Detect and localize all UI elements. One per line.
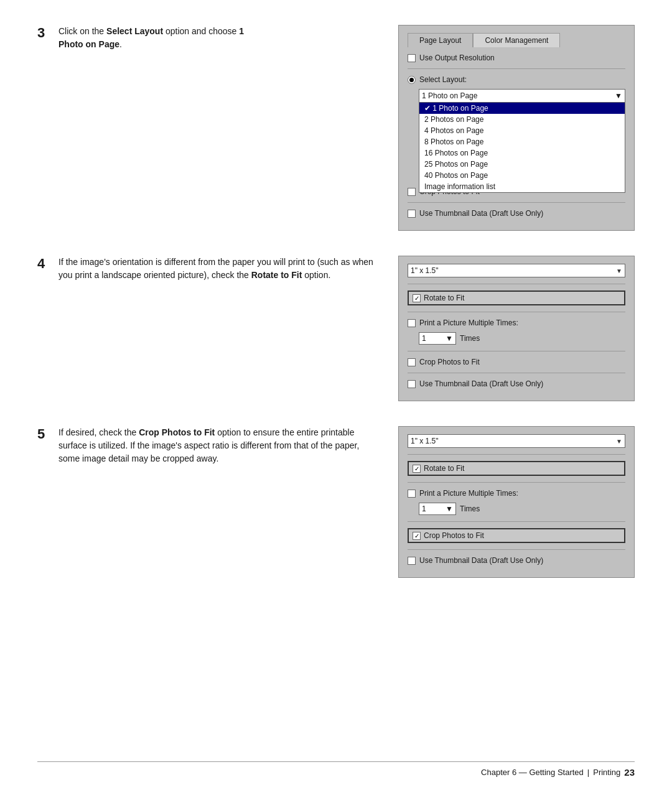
divider-2 — [408, 202, 625, 203]
dropdown-item-1[interactable]: 2 Photos on Page — [419, 114, 625, 125]
thumbnail-row-1: Use Thumbnail Data (Draft Use Only) — [408, 209, 625, 218]
step-3-number: 3 — [37, 25, 52, 41]
times-value-3: 1 — [422, 504, 426, 513]
use-output-label: Use Output Resolution — [419, 53, 495, 62]
size-arrow-2: ▼ — [616, 267, 622, 274]
select-layout-radio[interactable] — [408, 76, 416, 84]
step-5-left: 5 If desired, check the Crop Photos to F… — [37, 426, 380, 578]
dropdown-value: 1 Photo on Page — [422, 91, 477, 100]
dropdown-item-4[interactable]: 16 Photos on Page — [419, 147, 625, 159]
divider-4 — [408, 312, 625, 312]
panel-2: 1" x 1.5" ▼ Rotate to Fit Print a Pictur… — [398, 256, 635, 401]
print-multiple-checkbox-3[interactable] — [408, 490, 416, 498]
size-arrow-3: ▼ — [616, 438, 622, 445]
divider-1 — [408, 68, 625, 69]
crop-photos-checkbox-2[interactable] — [408, 358, 416, 366]
divider-7 — [408, 454, 625, 455]
divider-5 — [408, 351, 625, 351]
crop-photos-row-2: Crop Photos to Fit — [408, 358, 625, 366]
step-4-right: 1" x 1.5" ▼ Rotate to Fit Print a Pictur… — [398, 256, 635, 401]
thumbnail-checkbox-1[interactable] — [408, 210, 416, 218]
select-layout-radio-row: Select Layout: — [408, 75, 625, 84]
size-value-3: 1" x 1.5" — [411, 437, 439, 445]
thumbnail-label-2: Use Thumbnail Data (Draft Use Only) — [419, 379, 543, 388]
page-footer: Chapter 6 — Getting Started | Printing 2… — [37, 761, 635, 778]
size-select-3[interactable]: 1" x 1.5" ▼ — [408, 434, 625, 448]
step-3-text: Click on the Select Layout option and ch… — [58, 25, 244, 51]
dropdown-item-5[interactable]: 25 Photos on Page — [419, 159, 625, 170]
times-label-3: Times — [460, 504, 480, 513]
step-3-header: 3 Click on the Select Layout option and … — [37, 25, 380, 51]
dropdown-item-6[interactable]: 40 Photos on Page — [419, 170, 625, 181]
print-multiple-label-2: Print a Picture Multiple Times: — [419, 318, 518, 327]
dropdown-arrow: ▼ — [615, 91, 622, 100]
times-value-2: 1 — [422, 334, 426, 343]
dropdown-item-3[interactable]: 8 Photos on Page — [419, 136, 625, 147]
divider-8 — [408, 482, 625, 483]
rotate-fit-checkbox-3[interactable] — [413, 465, 421, 473]
print-multiple-row-2: Print a Picture Multiple Times: — [408, 318, 625, 327]
dropdown-item-2[interactable]: 4 Photos on Page — [419, 125, 625, 136]
rotate-fit-checkbox[interactable] — [413, 294, 421, 302]
use-output-checkbox[interactable] — [408, 54, 416, 62]
step-4-section: 4 If the image's orientation is differen… — [37, 256, 635, 401]
size-value-2: 1" x 1.5" — [411, 266, 439, 275]
footer-section: Printing — [593, 768, 620, 777]
footer-separator: | — [587, 768, 589, 777]
thumbnail-checkbox-3[interactable] — [408, 557, 416, 565]
size-select-row-2: 1" x 1.5" ▼ — [408, 264, 625, 277]
thumbnail-label-1: Use Thumbnail Data (Draft Use Only) — [419, 209, 543, 218]
step-5-number: 5 — [37, 426, 52, 442]
print-multiple-label-3: Print a Picture Multiple Times: — [419, 489, 518, 498]
crop-photos-label-3: Crop Photos to Fit — [424, 531, 484, 540]
times-arrow-2: ▼ — [446, 334, 453, 343]
step-4-left: 4 If the image's orientation is differen… — [37, 256, 380, 401]
crop-photos-checkbox-3[interactable] — [413, 532, 421, 540]
step-4-number: 4 — [37, 256, 52, 272]
step-3-section: 3 Click on the Select Layout option and … — [37, 25, 635, 231]
print-multiple-checkbox-2[interactable] — [408, 319, 416, 327]
divider-3 — [408, 284, 625, 284]
use-output-row: Use Output Resolution — [408, 53, 625, 62]
page-container: 3 Click on the Select Layout option and … — [0, 0, 672, 790]
dropdown-item-7[interactable]: Image information list — [419, 181, 625, 192]
footer-chapter: Chapter 6 — Getting Started — [481, 768, 584, 777]
rotate-fit-label-3: Rotate to Fit — [424, 464, 464, 473]
size-select-row-3: 1" x 1.5" ▼ — [408, 434, 625, 448]
thumbnail-row-3: Use Thumbnail Data (Draft Use Only) — [408, 556, 625, 565]
dropdown-item-0[interactable]: ✔ 1 Photo on Page — [419, 103, 625, 114]
crop-photos-checkbox-1[interactable] — [408, 188, 416, 196]
divider-10 — [408, 549, 625, 550]
step-5-header: 5 If desired, check the Crop Photos to F… — [37, 426, 380, 465]
times-row-2: 1 ▼ Times — [419, 332, 625, 345]
crop-photos-label-2: Crop Photos to Fit — [419, 358, 480, 366]
step-4-header: 4 If the image's orientation is differen… — [37, 256, 380, 282]
divider-6 — [408, 373, 625, 373]
thumbnail-checkbox-2[interactable] — [408, 380, 416, 388]
panel-1: Page Layout Color Management Use Output … — [398, 25, 635, 231]
tab-page-layout[interactable]: Page Layout — [408, 33, 473, 47]
dropdown-trigger[interactable]: 1 Photo on Page ▼ — [419, 89, 625, 103]
print-multiple-row-3: Print a Picture Multiple Times: — [408, 489, 625, 498]
times-label-2: Times — [460, 334, 480, 343]
times-row-3: 1 ▼ Times — [419, 503, 625, 515]
times-select-3[interactable]: 1 ▼ — [419, 503, 456, 515]
select-layout-label: Select Layout: — [419, 75, 467, 84]
divider-9 — [408, 521, 625, 522]
times-arrow-3: ▼ — [446, 504, 453, 513]
thumbnail-row-2: Use Thumbnail Data (Draft Use Only) — [408, 379, 625, 388]
thumbnail-label-3: Use Thumbnail Data (Draft Use Only) — [419, 556, 543, 565]
panel-3: 1" x 1.5" ▼ Rotate to Fit Print a Pictur… — [398, 426, 635, 578]
step-5-right: 1" x 1.5" ▼ Rotate to Fit Print a Pictur… — [398, 426, 635, 578]
step-3-right: Page Layout Color Management Use Output … — [398, 25, 635, 231]
rotate-fit-label: Rotate to Fit — [424, 294, 464, 302]
size-select-2[interactable]: 1" x 1.5" ▼ — [408, 264, 625, 277]
crop-photos-highlight-3: Crop Photos to Fit — [408, 528, 625, 543]
tab-color-management[interactable]: Color Management — [473, 33, 560, 47]
step-5-text: If desired, check the Crop Photos to Fit… — [58, 426, 380, 465]
times-select-2[interactable]: 1 ▼ — [419, 332, 456, 345]
step-5-section: 5 If desired, check the Crop Photos to F… — [37, 426, 635, 578]
dropdown-menu: ✔ 1 Photo on Page 2 Photos on Page 4 Pho… — [419, 103, 625, 193]
layout-dropdown[interactable]: 1 Photo on Page ▼ ✔ 1 Photo on Page 2 Ph… — [419, 89, 625, 103]
rotate-fit-highlight: Rotate to Fit — [408, 290, 625, 305]
